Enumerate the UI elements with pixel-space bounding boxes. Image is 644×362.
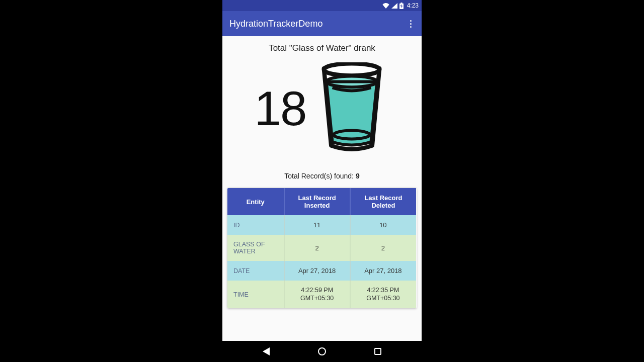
home-circle-icon xyxy=(318,347,326,355)
glass-count: 18 xyxy=(255,84,306,133)
water-glass-icon xyxy=(314,62,389,155)
table-row: GLASS OF WATER 2 2 xyxy=(227,235,416,261)
battery-charging-icon xyxy=(399,3,404,9)
row-inserted: 11 xyxy=(284,215,350,235)
table-header-row: Entity Last Record Inserted Last Record … xyxy=(227,188,416,215)
app-bar: HydrationTrackerDemo xyxy=(222,11,422,36)
records-table-card: Entity Last Record Inserted Last Record … xyxy=(227,188,417,308)
records-count: 9 xyxy=(356,172,360,180)
phone-frame: 4:23 HydrationTrackerDemo Total "Glass o… xyxy=(222,0,422,362)
row-deleted: 4:22:35 PM GMT+05:30 xyxy=(350,281,416,308)
main-content: Total "Glass of Water" drank 18 xyxy=(222,36,422,188)
wifi-icon xyxy=(382,3,389,9)
status-bar: 4:23 xyxy=(222,0,422,11)
row-entity: ID xyxy=(227,215,284,235)
svg-rect-1 xyxy=(400,3,402,4)
count-row: 18 xyxy=(255,62,390,155)
android-nav-bar xyxy=(222,341,422,362)
row-inserted: 4:22:59 PM GMT+05:30 xyxy=(284,281,350,308)
svg-point-3 xyxy=(324,63,379,75)
col-deleted: Last Record Deleted xyxy=(350,188,416,215)
row-entity: GLASS OF WATER xyxy=(227,235,284,261)
records-label: Total Record(s) found: xyxy=(284,172,356,180)
row-entity: DATE xyxy=(227,261,284,281)
back-triangle-icon xyxy=(263,347,270,355)
overflow-menu-icon[interactable] xyxy=(407,17,415,31)
col-inserted: Last Record Inserted xyxy=(284,188,350,215)
table-row: ID 11 10 xyxy=(227,215,416,235)
row-inserted: 2 xyxy=(284,235,350,261)
nav-recents-button[interactable] xyxy=(366,343,390,359)
cell-signal-icon xyxy=(391,3,397,9)
row-inserted: Apr 27, 2018 xyxy=(284,261,350,281)
recents-square-icon xyxy=(374,348,381,355)
total-heading: Total "Glass of Water" drank xyxy=(269,43,375,53)
col-entity: Entity xyxy=(227,188,284,215)
app-title: HydrationTrackerDemo xyxy=(229,19,323,29)
row-entity: TIME xyxy=(227,281,284,308)
nav-back-button[interactable] xyxy=(254,343,278,359)
status-clock: 4:23 xyxy=(407,2,419,9)
nav-home-button[interactable] xyxy=(310,343,334,359)
records-table: Entity Last Record Inserted Last Record … xyxy=(227,188,417,308)
row-deleted: 2 xyxy=(350,235,416,261)
table-row: TIME 4:22:59 PM GMT+05:30 4:22:35 PM GMT… xyxy=(227,281,416,308)
row-deleted: Apr 27, 2018 xyxy=(350,261,416,281)
table-row: DATE Apr 27, 2018 Apr 27, 2018 xyxy=(227,261,416,281)
records-found: Total Record(s) found: 9 xyxy=(284,172,359,180)
row-deleted: 10 xyxy=(350,215,416,235)
